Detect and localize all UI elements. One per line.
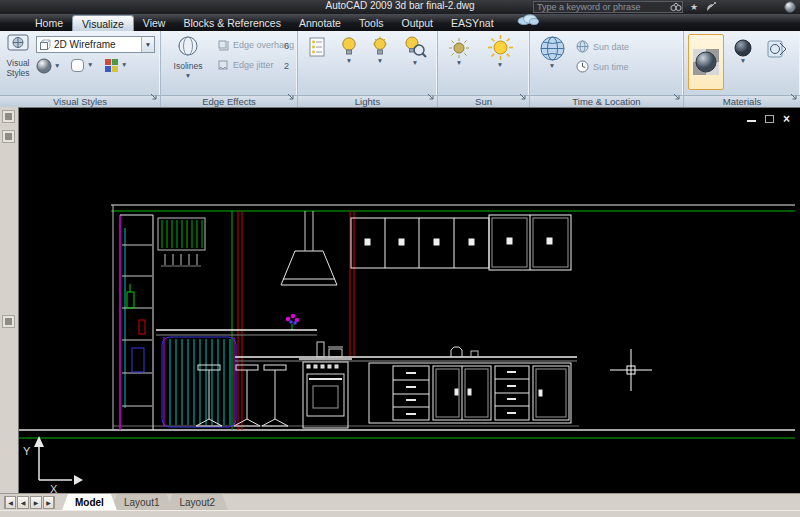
color-mode-button[interactable]: ▼ — [104, 58, 132, 73]
edge-overhang-value[interactable]: 6 — [284, 41, 289, 51]
material-swatch-icon — [767, 39, 787, 59]
materials-browser-button[interactable] — [688, 34, 724, 90]
drawing-viewport[interactable]: × — [18, 107, 800, 493]
search-input[interactable] — [534, 2, 670, 12]
sun-icon — [487, 34, 514, 61]
panel-label-sun: Sun — [438, 95, 529, 107]
tab-annotate[interactable]: Annotate — [290, 15, 350, 31]
sun-properties-button[interactable]: ▼ — [482, 34, 518, 69]
next-tab-icon[interactable]: ▶ — [30, 496, 42, 509]
globe-icon — [539, 35, 566, 62]
visual-style-value: 2D Wireframe — [54, 39, 116, 50]
globe-small-icon — [576, 40, 589, 53]
find-light-button[interactable]: ▼ — [398, 35, 432, 67]
communication-ball-icon[interactable] — [784, 1, 796, 13]
workspace: × — [0, 107, 800, 493]
chevron-down-icon: ▼ — [54, 63, 60, 70]
window-title: AutoCAD 2009 3d bar final-2.dwg — [326, 0, 475, 11]
chevron-down-icon: ▼ — [549, 63, 555, 70]
sphere-icon — [36, 58, 52, 74]
ribbon: Visual Styles 2D Wireframe ▼ ▼ ▼ ▼ — [0, 31, 800, 107]
panel-materials: ▼ Materials — [684, 31, 800, 107]
edge-jitter-row[interactable]: Edge jitter — [217, 59, 274, 71]
face-style-button[interactable]: ▼ — [70, 58, 98, 73]
chevron-down-icon: ▼ — [121, 62, 127, 69]
dialog-launcher-icon[interactable] — [427, 87, 435, 105]
chevron-down-icon: ▼ — [377, 58, 383, 65]
tab-view[interactable]: View — [134, 15, 175, 31]
sun-date-row[interactable]: Sun date — [576, 40, 629, 53]
binoculars-search-icon[interactable] — [670, 2, 682, 12]
isolines-button[interactable]: Isolines ▼ — [165, 35, 211, 91]
sun-dim-icon — [448, 37, 470, 59]
tab-blocks-references[interactable]: Blocks & References — [174, 15, 289, 31]
dialog-launcher-icon[interactable] — [287, 87, 295, 105]
tab-model[interactable]: Model — [62, 494, 117, 510]
chevron-down-icon: ▼ — [141, 37, 154, 52]
light-list-icon — [308, 37, 326, 57]
edge-jitter-value[interactable]: 2 — [284, 61, 289, 71]
dialog-launcher-icon[interactable] — [673, 87, 681, 105]
chevron-down-icon: ▼ — [456, 60, 462, 67]
title-bar: AutoCAD 2009 3d bar final-2.dwg ★ — [0, 0, 800, 14]
panel-lights: ▼ ▼ ▼ Lights — [298, 31, 438, 107]
first-tab-icon[interactable]: ◀ — [4, 496, 16, 509]
prev-tab-icon[interactable]: ◀ — [17, 496, 29, 509]
visual-styles-flyout-button[interactable]: Visual Styles — [2, 34, 34, 92]
last-tab-icon[interactable]: ▶ — [43, 496, 55, 509]
point-light-button[interactable]: ▼ — [336, 36, 362, 65]
visual-style-sphere-button[interactable]: ▼ — [36, 58, 64, 74]
toolbar-grip-icon[interactable] — [2, 110, 15, 123]
cloud-icon[interactable] — [517, 11, 539, 29]
chevron-down-icon: ▼ — [497, 62, 503, 69]
ucs-y-label: Y — [23, 445, 31, 457]
minimize-icon[interactable] — [747, 117, 756, 122]
panel-visual-styles: Visual Styles 2D Wireframe ▼ ▼ ▼ ▼ — [0, 31, 161, 107]
autocad-window: AutoCAD 2009 3d bar final-2.dwg ★ Home V… — [0, 0, 800, 517]
tab-output[interactable]: Output — [392, 15, 442, 31]
light-list-button[interactable] — [304, 37, 330, 57]
satellite-dish-icon[interactable] — [705, 2, 717, 13]
lightbulb-rays-icon — [372, 36, 388, 57]
edge-overhang-row[interactable]: Edge overhang — [217, 39, 294, 51]
rounded-face-icon — [70, 58, 85, 73]
panel-label-lights: Lights — [298, 95, 437, 107]
dialog-launcher-icon[interactable] — [519, 87, 527, 105]
edge-jitter-icon — [217, 59, 229, 71]
dialog-launcher-icon[interactable] — [790, 87, 798, 105]
chevron-down-icon: ▼ — [740, 58, 746, 65]
dialog-launcher-icon[interactable] — [150, 87, 158, 105]
visual-style-dropdown[interactable]: 2D Wireframe ▼ — [36, 36, 155, 53]
spot-light-button[interactable]: ▼ — [367, 36, 393, 65]
cad-drawing: Y X — [19, 108, 800, 494]
attach-material-button[interactable] — [762, 39, 792, 59]
chevron-down-icon: ▼ — [87, 62, 93, 69]
panel-time-location: ▼ Sun date Sun time Time & Location — [530, 31, 684, 107]
chevron-down-icon: ▼ — [346, 58, 352, 65]
sun-date-label: Sun date — [593, 42, 629, 52]
close-icon[interactable]: × — [783, 114, 790, 124]
tab-visualize[interactable]: Visualize — [72, 15, 134, 31]
star-favorites-icon[interactable]: ★ — [690, 2, 698, 12]
geographic-location-button[interactable]: ▼ — [535, 35, 569, 70]
tab-tools[interactable]: Tools — [350, 15, 393, 31]
toolbar-grip-icon[interactable] — [2, 130, 15, 143]
edge-overhang-icon — [217, 39, 229, 51]
isolines-label: Isolines — [174, 62, 203, 72]
tab-home[interactable]: Home — [26, 15, 72, 31]
sun-status-button[interactable]: ▼ — [444, 37, 474, 67]
color-grid-icon — [104, 58, 119, 73]
materials-mapping-button[interactable]: ▼ — [730, 39, 756, 65]
restore-icon[interactable] — [765, 115, 774, 123]
edge-jitter-label: Edge jitter — [233, 60, 274, 70]
tab-layout1[interactable]: Layout1 — [111, 494, 173, 510]
tab-layout2[interactable]: Layout2 — [166, 494, 228, 510]
sun-time-row[interactable]: Sun time — [576, 60, 629, 73]
tab-easynat[interactable]: EASYnat — [442, 15, 503, 31]
panel-label-materials: Materials — [684, 95, 800, 107]
layout-tab-bar: ◀ ◀ ▶ ▶ Model Layout1 Layout2 — [0, 493, 800, 510]
toolbar-grip-icon[interactable] — [2, 315, 15, 328]
wireframe-box-icon — [39, 39, 51, 51]
left-toolbar-strip — [0, 107, 18, 493]
panel-label-time-location: Time & Location — [530, 95, 683, 107]
